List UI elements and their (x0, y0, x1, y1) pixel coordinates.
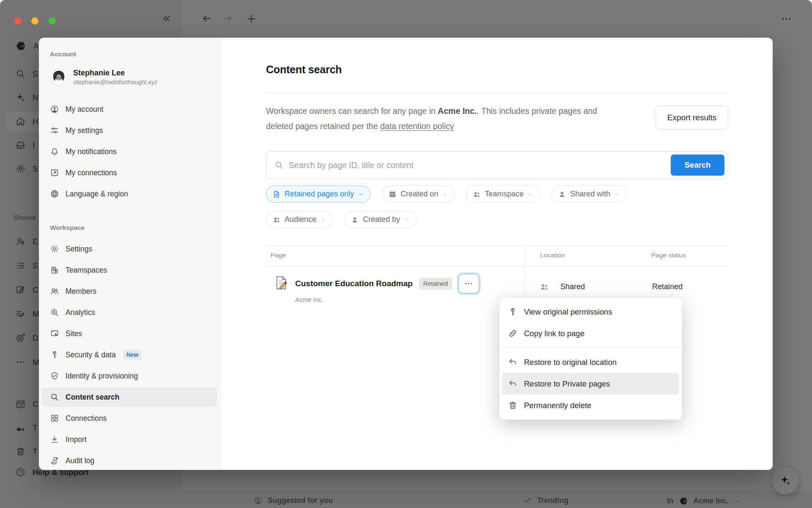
divider (266, 93, 728, 93)
menu-item-permanently-delete[interactable]: Permanently delete (502, 395, 679, 416)
sidebar-item-language-region[interactable]: Language & region (41, 184, 217, 204)
people-icon (50, 287, 59, 296)
search-icon (50, 392, 59, 402)
sidebar-item-audit-log[interactable]: Audit log (41, 451, 217, 470)
page-document-icon (273, 275, 289, 291)
sidebar-item-connections[interactable]: Connections (41, 409, 217, 428)
sidebar-item-analytics[interactable]: Analytics (41, 303, 217, 322)
sidebar-item-settings[interactable]: Settings (41, 239, 217, 259)
chevron-down-icon (404, 217, 410, 223)
menu-item-view-original-permissions[interactable]: View original permissions (502, 301, 679, 323)
bell-icon (50, 147, 59, 156)
gear-icon (50, 244, 59, 254)
people-icon (539, 282, 549, 292)
minimize-window-button[interactable] (31, 17, 38, 25)
table-border (266, 246, 728, 246)
page-row-workspace: Acme Inc. (295, 296, 479, 303)
menu-divider (499, 348, 682, 348)
sidebar-item-members[interactable]: Members (41, 282, 217, 301)
sidebar-item-security-data[interactable]: Security & data New (41, 345, 217, 364)
location-cell: Shared (539, 278, 585, 295)
document-icon (272, 190, 281, 199)
page-description: Workspace owners can search for any page… (266, 103, 625, 134)
zoom-window-button[interactable] (49, 17, 56, 25)
calendar-icon (388, 190, 397, 199)
chevron-down-icon (614, 191, 620, 197)
page-status-cell: Retained (652, 278, 683, 295)
chevron-down-icon (358, 191, 364, 197)
people-icon (472, 190, 481, 199)
person-icon (558, 190, 566, 199)
browser-cursor-icon (50, 329, 59, 338)
avatar (50, 68, 68, 86)
sidebar-item-content-search[interactable]: Content search (41, 387, 217, 407)
filter-audience[interactable]: Audience (266, 211, 333, 228)
external-link-icon (50, 168, 59, 177)
search-button[interactable]: Search (671, 155, 724, 176)
undo-arrow-icon (508, 357, 518, 367)
table-row[interactable]: Customer Education Roadmap Retained Acme… (273, 274, 479, 303)
chevron-down-icon (320, 217, 326, 223)
search-input[interactable] (289, 160, 666, 170)
link-icon (508, 329, 518, 338)
column-header-page: Page (271, 251, 286, 259)
sliders-icon (50, 126, 59, 135)
row-actions-menu: View original permissions Copy link to p… (499, 297, 682, 420)
people-icon (272, 215, 281, 224)
key-icon (50, 350, 59, 359)
key-icon (508, 307, 518, 317)
data-retention-policy-link[interactable]: data retention policy (380, 121, 454, 131)
globe-icon (50, 189, 59, 199)
user-email: stephanie@toolsforthought.xyz (73, 79, 157, 86)
grid-icon (50, 414, 59, 423)
user-circle-icon (50, 105, 59, 114)
sidebar-item-identity-provisioning[interactable]: Identity & provisioning (41, 366, 217, 386)
account-user: Stephanie Lee stephanie@toolsforthought.… (50, 68, 157, 86)
table-border (266, 266, 728, 266)
sidebar-item-my-connections[interactable]: My connections (41, 163, 217, 182)
menu-item-restore-to-private-pages[interactable]: Restore to Private pages (502, 373, 679, 395)
sidebar-item-import[interactable]: Import (41, 430, 217, 449)
shield-check-icon (50, 371, 59, 381)
row-more-actions-button[interactable] (458, 274, 479, 293)
sidebar-item-my-settings[interactable]: My settings (41, 121, 217, 140)
column-header-page-status: Page status (651, 251, 686, 259)
chevron-down-icon (442, 191, 448, 197)
person-icon (351, 215, 359, 224)
ellipsis-icon (464, 279, 473, 288)
filter-created-by[interactable]: Created by (344, 211, 417, 228)
sidebar-item-teamspaces[interactable]: Teamspaces (41, 260, 217, 280)
export-results-button[interactable]: Export results (656, 105, 728, 130)
chevron-down-icon (527, 191, 533, 197)
close-window-button[interactable] (14, 17, 21, 25)
menu-item-restore-to-original-location[interactable]: Restore to original location (502, 351, 679, 373)
page-row-title[interactable]: Customer Education Roadmap (295, 279, 413, 288)
workspace-name: Acme Inc. (438, 106, 477, 116)
filter-retained-pages-only[interactable]: Retained pages only (266, 185, 370, 203)
column-header-location: Location (540, 251, 565, 259)
filter-teamspace[interactable]: Teamspace (466, 185, 540, 203)
building-icon (50, 265, 59, 275)
trash-icon (508, 400, 518, 410)
menu-item-copy-link-to-page[interactable]: Copy link to page (502, 323, 679, 344)
filter-created-on[interactable]: Created on (382, 185, 455, 203)
search-icon (274, 160, 284, 170)
sidebar-item-my-account[interactable]: My account (41, 99, 217, 119)
page-title: Content search (266, 64, 342, 76)
workspace-section-label: Workspace (50, 224, 85, 232)
undo-arrow-icon (508, 379, 518, 389)
download-icon (50, 435, 59, 444)
new-badge: New (123, 350, 142, 360)
search-plus-icon (50, 308, 59, 317)
user-name: Stephanie Lee (73, 68, 157, 78)
sidebar-item-my-notifications[interactable]: My notifications (41, 142, 217, 161)
scroll-icon (50, 456, 59, 465)
content-search-bar[interactable]: Search (266, 151, 728, 179)
settings-sidebar: Account Stephanie Lee stephanie@toolsfor… (39, 38, 221, 470)
retained-badge: Retained (419, 278, 452, 290)
account-section-label: Account (50, 50, 76, 58)
settings-content: Content search Workspace owners can sear… (221, 38, 773, 470)
filter-shared-with[interactable]: Shared with (551, 185, 627, 203)
sidebar-item-sites[interactable]: Sites (41, 324, 217, 343)
